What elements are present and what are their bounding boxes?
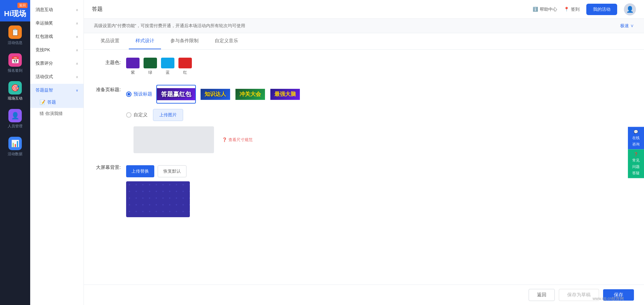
bottom-bar: 返回 保存为草稿 保存 [84,285,644,305]
answer-icon: 📝 [40,100,45,105]
chevron-msg-interact: ∧ [76,8,78,12]
bg-section: 上传替换 恢复默认 [126,165,190,217]
image-preview-box [133,126,214,153]
preset-radio-circle [126,92,131,97]
bg-label: 大屏幕背景 [94,163,121,171]
sidebar-label-live-interact: 现场互动 [8,96,22,101]
content-area: 高级设置内"付费功能"，可按需付费开通，开通后本场活动内所有轮次均可使用 极速 … [84,19,644,285]
upload-replace-button[interactable]: 上传替换 [126,165,154,177]
blue-swatch[interactable] [161,58,174,68]
location-icon: 📍 [564,7,569,12]
chevron-competition: ∧ [76,48,78,52]
presets-row: 预设标题 答题赢红包 知识达人 冲关大会 最强大脑 [126,85,301,104]
bg-pattern [126,181,190,217]
color-swatch-blue[interactable]: 蓝 [161,58,174,75]
section-title-red-packet[interactable]: 红包游戏 ∧ [30,30,84,43]
color-swatches: 紫 绿 蓝 红 [126,58,192,75]
section-title-competition[interactable]: 竞技PK ∧ [30,44,84,56]
subitem-guess[interactable]: 猜 你演我猜 [30,108,84,119]
custom-row: 自定义 上传图片 [126,109,301,121]
people-mgmt-icon: 👤 [8,109,22,122]
return-button[interactable]: 返回 [529,289,555,301]
purple-swatch[interactable] [126,58,140,68]
tab-custom-music[interactable]: 自定义音乐 [208,33,245,49]
preset-radio-label: 预设标题 [133,91,152,97]
preset-banner-2[interactable]: 知识达人 [200,85,231,104]
notice-text: 高级设置内"付费功能"，可按需付费开通，开通后本场活动内所有轮次均可使用 [94,23,245,29]
color-swatch-green[interactable]: 绿 [144,58,157,75]
sidebar-light: 消息互动 ∧ 幸运抽奖 ∧ 红包游戏 ∧ 竞技PK ∧ 投票评分 ∧ 活动仪式 … [30,0,84,305]
sidebar-label-activity-data: 活动数据 [8,151,22,157]
chevron-answer-quiz: ∨ [76,88,78,92]
upload-img-button[interactable]: 上传图片 [153,109,183,121]
chevron-red-packet: ∧ [76,35,78,39]
color-swatch-purple[interactable]: 紫 [126,58,140,75]
help-center-link[interactable]: ℹ️ 帮助中心 [533,6,557,12]
theme-color-label: 主题色 [94,58,121,66]
topbar: 答题 ℹ️ 帮助中心 📍 签到 我的活动 👤 [84,0,644,19]
bg-buttons: 上传替换 恢复默认 [126,165,190,177]
bg-row: 大屏幕背景 上传替换 恢复默认 [94,163,634,217]
sidebar-label-people-mgmt: 人员管理 [8,124,22,129]
section-title-msg-interact[interactable]: 消息互动 ∧ [30,3,84,16]
question-icon: ❓ [222,137,227,142]
form-content: 主题色 紫 绿 蓝 红 [84,50,644,235]
tab-conditions[interactable]: 参与条件限制 [164,33,205,49]
section-title-lucky-draw[interactable]: 幸运抽奖 ∧ [30,17,84,29]
restore-default-button[interactable]: 恢复默认 [158,165,186,177]
custom-radio-label: 自定义 [133,112,148,118]
registration-icon: 📅 [8,53,22,67]
section-title-ceremony[interactable]: 活动仪式 ∧ [30,70,84,83]
preview-row: ❓ 查看尺寸规范 [133,126,301,153]
red-swatch[interactable] [178,58,192,68]
section-vote: 投票评分 ∧ [30,57,84,70]
custom-radio-option[interactable]: 自定义 [126,112,148,118]
chat-icon: 💬 [634,130,638,134]
main-content: 答题 ℹ️ 帮助中心 📍 签到 我的活动 👤 高级设置内"付费功能"，可按需付费… [84,0,644,305]
tab-style-design[interactable]: 样式设计 [129,33,161,49]
section-title-vote[interactable]: 投票评分 ∧ [30,57,84,70]
color-swatch-red[interactable]: 红 [178,58,192,75]
banner-3-text: 冲关大会 [235,89,265,100]
notice-bar: 高级设置内"付费功能"，可按需付费开通，开通后本场活动内所有轮次均可使用 极速 … [84,19,644,33]
custom-radio-circle [126,112,131,118]
preset-banner-4[interactable]: 最强大脑 [270,85,301,104]
sidebar-item-activity-info[interactable]: 📋 活动信息 [0,21,30,49]
sidebar-item-people-mgmt[interactable]: 👤 人员管理 [0,105,30,133]
sidebar-item-activity-data[interactable]: 📊 活动数据 [0,133,30,161]
my-activity-button[interactable]: 我的活动 [586,4,617,15]
avatar[interactable]: 👤 [624,3,636,15]
section-answer-quiz: 答题益智 ∨ 📝 答题 猜 你演我猜 [30,84,84,119]
theme-color-row: 主题色 紫 绿 蓝 红 [94,58,634,75]
sidebar-item-live-interact[interactable]: 🎯 现场互动 [0,77,30,105]
faq-panel[interactable]: ❓ 常见 问题 答疑 [628,149,644,178]
bg-preview [126,181,190,217]
activity-info-icon: 📋 [8,25,22,39]
tabs-bar: 奖品设置 样式设计 参与条件限制 自定义音乐 [84,33,644,50]
info-icon: ℹ️ [533,7,538,12]
section-lucky-draw: 幸运抽奖 ∧ [30,17,84,29]
checkin-link[interactable]: 📍 签到 [564,6,580,12]
subitem-answer[interactable]: 📝 答题 [30,97,84,108]
page-title: 答题 [92,6,103,13]
preset-banner-1[interactable]: 答题赢红包 [156,85,196,104]
live-interact-icon: 🎯 [8,81,22,95]
preset-radio-option[interactable]: 预设标题 [126,91,152,97]
chevron-lucky-draw: ∧ [76,21,78,25]
activity-data-icon: 📊 [8,137,22,150]
chevron-ceremony: ∧ [76,75,78,79]
tab-prize-settings[interactable]: 奖品设置 [94,33,126,49]
preset-radio-inner [127,93,130,96]
size-hint[interactable]: ❓ 查看尺寸规范 [222,137,253,143]
banner-4-text: 最强大脑 [270,89,300,100]
sidebar-dark: 返回 Hi现场 📋 活动信息 📅 报名签到 🎯 现场互动 👤 人员管理 📊 活动… [0,0,30,305]
green-swatch[interactable] [144,58,157,68]
online-consult-panel[interactable]: 💬 在线 咨询 [628,127,644,149]
section-title-answer-quiz[interactable]: 答题益智 ∨ [30,84,84,97]
preset-banner-3[interactable]: 冲关大会 [235,85,266,104]
section-msg-interact: 消息互动 ∧ [30,3,84,16]
notice-link[interactable]: 极速 ∨ [620,23,634,29]
sidebar-item-registration[interactable]: 📅 报名签到 [0,49,30,77]
logo-main: Hi现场 [4,9,26,19]
section-red-packet: 红包游戏 ∧ [30,30,84,43]
